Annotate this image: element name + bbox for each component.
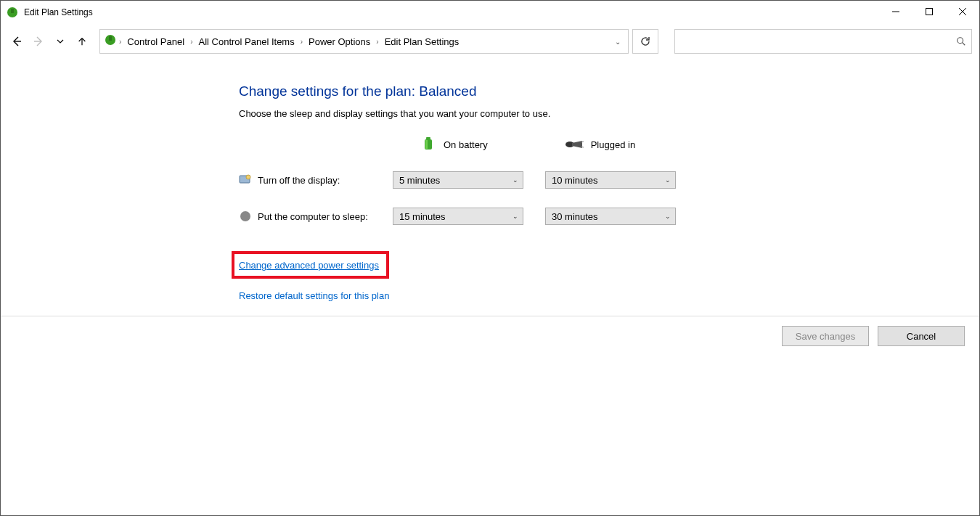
svg-rect-9 [109,36,112,41]
svg-rect-14 [425,140,428,149]
setting-label: Turn off the display: [239,173,383,187]
search-box[interactable] [674,29,972,54]
address-bar[interactable]: › Control Panel › All Control Panel Item… [99,29,629,54]
minimize-button[interactable] [879,1,912,22]
svg-point-19 [246,175,250,179]
page-heading: Change settings for the plan: Balanced [239,83,979,99]
window-title: Edit Plan Settings [24,7,93,17]
column-header-plugged: Plugged in [565,136,635,152]
chevron-down-icon: ⌄ [665,176,671,184]
display-plugged-combo[interactable]: 10 minutes⌄ [545,171,676,189]
label-text: Turn off the display: [258,175,340,186]
app-icon [7,7,18,18]
sleep-battery-combo[interactable]: 15 minutes⌄ [393,208,523,225]
monitor-icon [239,173,252,187]
chevron-down-icon: ⌄ [513,213,518,220]
svg-point-20 [240,211,250,221]
refresh-button[interactable] [632,29,658,54]
chevron-right-icon: › [119,38,121,46]
column-headers: On battery Plugged in [420,136,979,152]
up-button[interactable] [73,33,91,50]
breadcrumb-item[interactable]: Edit Plan Settings [382,35,462,49]
chevron-right-icon: › [301,38,303,46]
window-controls [879,1,979,22]
cancel-button[interactable]: Cancel [878,326,965,346]
breadcrumb-item[interactable]: Power Options [306,35,373,49]
battery-icon [420,136,436,152]
label-text: Put the computer to sleep: [258,211,368,222]
combo-value: 10 minutes [552,175,598,186]
content-pane: Change settings for the plan: Balanced C… [1,59,979,301]
combo-value: 5 minutes [399,175,440,186]
footer-separator [1,316,979,316]
toolbar: › Control Panel › All Control Panel Item… [1,24,979,59]
save-changes-button[interactable]: Save changes [782,326,869,346]
footer-buttons: Save changes Cancel [782,326,965,346]
plug-icon [565,139,584,150]
setting-row-display: Turn off the display: 5 minutes⌄ 10 minu… [239,171,979,189]
titlebar: Edit Plan Settings [1,1,979,24]
svg-line-11 [963,43,965,46]
chevron-right-icon: › [190,38,192,46]
search-input[interactable] [675,36,951,47]
links-section: Change advanced power settings Restore d… [239,251,979,301]
setting-label: Put the computer to sleep: [239,210,383,223]
recent-locations-button[interactable] [52,33,69,50]
address-dropdown-button[interactable]: ⌄ [612,35,624,49]
column-label: Plugged in [591,139,635,150]
breadcrumb-item[interactable]: Control Panel [124,35,187,49]
search-icon[interactable] [951,36,971,46]
svg-point-10 [957,38,963,44]
chevron-right-icon: › [376,38,378,46]
svg-rect-1 [11,9,14,13]
back-button[interactable] [8,33,25,50]
moon-icon [239,210,252,223]
setting-row-sleep: Put the computer to sleep: 15 minutes⌄ 3… [239,208,979,225]
column-label: On battery [444,139,488,150]
breadcrumb-item[interactable]: All Control Panel Items [195,35,297,49]
maximize-button[interactable] [912,1,946,22]
chevron-down-icon: ⌄ [665,213,671,220]
advanced-power-settings-link[interactable]: Change advanced power settings [239,260,379,271]
display-battery-combo[interactable]: 5 minutes⌄ [393,171,523,189]
combo-value: 30 minutes [552,211,598,222]
column-header-battery: On battery [420,136,488,152]
page-subtext: Choose the sleep and display settings th… [239,108,979,119]
restore-defaults-link[interactable]: Restore default settings for this plan [239,290,979,301]
svg-rect-13 [426,137,430,139]
chevron-down-icon: ⌄ [513,176,518,184]
close-button[interactable] [946,1,979,22]
address-icon [105,34,116,49]
sleep-plugged-combo[interactable]: 30 minutes⌄ [545,208,676,225]
forward-button[interactable] [30,33,47,50]
highlight-box: Change advanced power settings [232,251,389,279]
svg-rect-3 [926,9,933,15]
combo-value: 15 minutes [399,211,446,222]
